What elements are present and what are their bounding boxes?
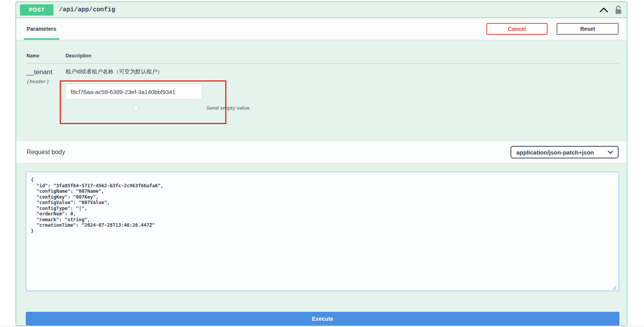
parameters-table: Name Description __tenant (header) 租户id或…	[16, 40, 627, 141]
request-body-editor-area: { "id": "3fa85f64-5717-4562-b3fc-2c963f6…	[16, 163, 627, 291]
request-body-textarea[interactable]: { "id": "3fa85f64-5717-4562-b3fc-2c963f6…	[26, 172, 619, 291]
content-type-select[interactable]: application/json-patch+json	[511, 146, 619, 158]
parameter-name-cell: __tenant (header)	[27, 68, 66, 111]
send-empty-value-checkbox[interactable]	[133, 105, 138, 110]
parameter-name: __tenant	[27, 68, 66, 76]
send-empty-value-label: Send empty value	[206, 105, 250, 111]
page: POST /api/app/config Parameters	[0, 0, 644, 327]
cancel-button[interactable]: Cancel	[486, 23, 548, 35]
endpoint-path: /api/app/config	[59, 6, 115, 13]
unlocked-padlock-icon[interactable]	[614, 5, 622, 15]
reset-button[interactable]: Reset	[557, 23, 619, 35]
table-row: __tenant (header) 租户id或者租户名称（可空为默认租户） Se…	[27, 64, 619, 111]
parameters-section-header: Parameters Cancel Reset	[16, 18, 627, 40]
opblock-post-config: POST /api/app/config Parameters	[16, 2, 627, 326]
execute-button[interactable]: Execute	[26, 312, 619, 325]
column-header-description: Description	[66, 53, 91, 59]
opblock-summary[interactable]: POST /api/app/config	[16, 2, 627, 18]
parameter-description: 租户id或者租户名称（可空为默认租户）	[66, 68, 619, 75]
request-body-section-header: Request body application/json-patch+json	[16, 141, 627, 163]
parameter-location: (header)	[27, 79, 66, 85]
content-type-value: application/json-patch+json	[516, 149, 594, 156]
chevron-down-icon	[608, 151, 613, 154]
parameter-description-cell: 租户id或者租户名称（可空为默认租户） Send empty value	[66, 68, 619, 111]
send-empty-value-row: Send empty value	[66, 105, 619, 111]
method-badge: POST	[20, 4, 53, 16]
tab-parameters[interactable]: Parameters	[27, 18, 56, 40]
tab-parameters-label: Parameters	[27, 26, 56, 32]
tenant-value-input[interactable]	[66, 84, 202, 100]
request-body-label: Request body	[27, 149, 65, 156]
column-header-name: Name	[27, 53, 66, 59]
execute-area: Execute	[16, 291, 627, 325]
parameters-table-head: Name Description	[27, 53, 619, 64]
collapse-chevron-up-icon[interactable]	[600, 7, 608, 12]
